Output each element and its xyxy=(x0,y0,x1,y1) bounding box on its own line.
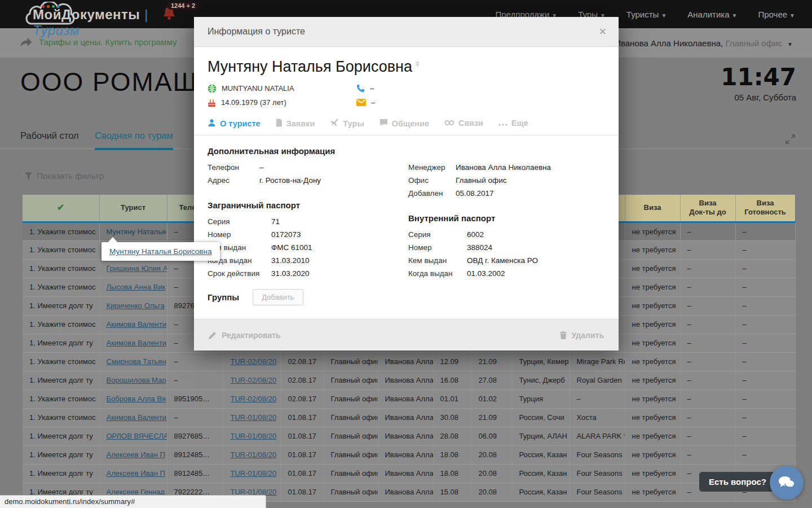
field-row: Серия71 xyxy=(208,215,408,228)
expand-icon[interactable] xyxy=(785,134,795,144)
table-row[interactable]: 1. Укажите стоимосСмирнова Татьян–TUR-02… xyxy=(23,352,795,371)
tooltip-tourist-link[interactable]: Мунтяну Наталья Борисовна xyxy=(109,247,212,256)
field-label: Когда выдан xyxy=(408,267,467,280)
tour-link[interactable]: TUR-01/08/20 xyxy=(231,450,277,459)
tourist-link[interactable]: Боброва Алла Вя xyxy=(107,395,166,403)
cell-12: – xyxy=(680,315,735,334)
check-icon: ✔ xyxy=(57,203,64,212)
cell-12: – xyxy=(680,222,735,240)
modal-tab-3[interactable]: Общение xyxy=(379,117,429,128)
delete-button[interactable]: Удалить xyxy=(560,331,604,340)
cell-1: Боброва Алла Вя xyxy=(99,389,167,408)
tourist-link[interactable]: Ворошилова Мар xyxy=(107,376,166,384)
foreign-passport-fields: Серия71Номер0172073Кем выданФМС 61001Ког… xyxy=(208,215,408,280)
add-group-button[interactable]: Добавить xyxy=(253,289,303,305)
cell-7: 12.09 xyxy=(433,352,471,371)
tour-link[interactable]: TUR-02/08/20 xyxy=(231,357,277,366)
show-filter-link[interactable]: Показать фильтр xyxy=(25,171,104,181)
cell-11: не требуется xyxy=(625,296,680,315)
field-value: 31.03.2010 xyxy=(271,254,310,267)
chevron-down-icon: ▼ xyxy=(661,12,667,19)
cell-1: Лысова Анна Вик xyxy=(99,278,167,296)
field-row: ОфисГлавный офис xyxy=(408,174,605,187)
edit-button[interactable]: Редактировать xyxy=(209,331,281,340)
cell-13: – xyxy=(735,389,795,408)
field-row: Когда выдан01.03.2002 xyxy=(408,267,605,280)
tourist-link[interactable]: Мунтяну Наталья xyxy=(107,227,166,236)
cell-10: ALARA PARK * xyxy=(570,427,625,445)
cell-5: Главный офис xyxy=(324,427,378,445)
field-value: – xyxy=(259,161,264,174)
modal-tab-2[interactable]: Туры xyxy=(330,117,364,129)
tour-link[interactable]: TUR-01/08/20 xyxy=(231,469,277,478)
tour-link[interactable]: TUR-01/08/20 xyxy=(231,413,277,422)
cell-1: Алексеев Иван П xyxy=(99,464,167,483)
cell-3: TUR-02/08/20 xyxy=(223,389,281,408)
tourist-link[interactable]: Акимова Валенти xyxy=(107,339,167,347)
tourist-link[interactable]: Лысова Анна Вик xyxy=(107,283,166,291)
chat-button[interactable] xyxy=(770,466,804,500)
tour-link[interactable]: TUR-02/08/20 xyxy=(231,376,277,384)
tourist-link[interactable]: Акимова Валенти xyxy=(107,413,167,422)
browser-status-bar: demo.moidokumenti.ru/index/summary# xyxy=(0,495,266,508)
tourist-link[interactable]: Гришкина Юлия А xyxy=(107,264,167,273)
table-row[interactable]: 1. Укажите стоимосАкимова Валенти–TUR-01… xyxy=(23,408,795,427)
tourist-link[interactable]: Кириченко Ольга xyxy=(107,301,165,310)
field-value: ОВД г. Каменска РО xyxy=(467,254,538,267)
tourist-link[interactable]: Алексеев Иван П xyxy=(107,469,165,478)
cell-12: – xyxy=(680,240,735,259)
app-logo[interactable]: МойДокументы|Туризм xyxy=(17,2,186,27)
table-row[interactable]: 1. Имеется долг туАлексеев Иван П8912485… xyxy=(23,445,795,464)
notifications-bell[interactable]: 1244 + 2 xyxy=(162,6,188,26)
cell-9: Турция xyxy=(512,389,570,408)
cell-7: 01.01 xyxy=(433,389,471,408)
field-value: Иванова Алла Николаевна xyxy=(456,161,551,174)
cell-0: 1. Имеется долг ту xyxy=(23,445,99,464)
tourist-link[interactable]: Алексеев Иван П xyxy=(107,450,165,459)
field-row: Адресг. Ростов-на-Дону xyxy=(208,174,408,187)
col-header-0: ✔ xyxy=(23,195,99,222)
cell-10: Royal Garden xyxy=(570,371,625,389)
field-label: Телефон xyxy=(208,161,259,174)
tourist-link[interactable]: Смирнова Татьян xyxy=(107,357,166,366)
manager-office-fields: МенеджерИванова Алла НиколаевнаОфисГлавн… xyxy=(408,161,605,200)
person-icon xyxy=(208,119,216,129)
close-icon[interactable]: × xyxy=(599,25,619,38)
tariff-link[interactable]: Тарифы и цены. Купить программу xyxy=(20,37,176,47)
cell-0: 1. Укажите стоимос xyxy=(23,259,99,278)
tourist-link[interactable]: ОРЛОВ ВЯЧЕСЛАВ xyxy=(107,432,167,440)
cell-13: – xyxy=(735,240,795,259)
menu-item-4[interactable]: Прочее▼ xyxy=(758,10,795,19)
menu-item-3[interactable]: Аналитика▼ xyxy=(687,10,737,19)
modal-tab-1[interactable]: Заявки xyxy=(276,117,315,129)
menu-item-2[interactable]: Туристы▼ xyxy=(626,10,667,19)
tour-link[interactable]: TUR-02/08/20 xyxy=(231,395,277,403)
page-tab-1[interactable]: Сводная по турам xyxy=(95,130,173,150)
modal-tab-0[interactable]: О туристе xyxy=(208,117,261,129)
cell-8: 27.08 xyxy=(471,371,512,389)
modal-left-column: Дополнительная информация Телефон–Адресг… xyxy=(208,135,408,280)
cell-10: Four Seasons xyxy=(570,464,625,483)
cell-0: 1. Имеется долг ту xyxy=(23,371,99,389)
table-row[interactable]: 1. Имеется долг туОРЛОВ ВЯЧЕСЛАВ8927685…… xyxy=(23,427,795,445)
table-row[interactable]: 1. Имеется долг туВорошилова Мар–TUR-02/… xyxy=(23,371,795,389)
tourist-link[interactable]: Акимова Валенти xyxy=(107,320,167,329)
tour-link[interactable]: TUR-01/08/20 xyxy=(231,432,277,440)
col-header-11: Виза xyxy=(625,195,680,222)
page-tab-0[interactable]: Рабочий стол xyxy=(20,130,79,148)
modal-tab-5[interactable]: Еще xyxy=(498,117,528,128)
tourist-contacts: MUNTYANU NATALIA – 14. xyxy=(208,81,605,110)
chevron-down-icon: ▼ xyxy=(787,41,793,47)
tariff-link-label: Тарифы и цены. Купить программу xyxy=(39,37,176,47)
groups-row: Группы Добавить xyxy=(208,289,605,305)
table-row[interactable]: 1. Имеется долг туАлексеев Иван П8912485… xyxy=(23,464,795,483)
user-office-menu[interactable]: Иванова Алла Николаевна, Главный офис ▼ xyxy=(615,38,793,48)
cell-1: Кириченко Ольга xyxy=(99,296,167,315)
cell-7: 16.08 xyxy=(433,371,471,389)
field-row: Кем выданОВД г. Каменска РО xyxy=(408,254,605,267)
cell-13: – xyxy=(735,222,795,240)
modal-tab-4[interactable]: Связи xyxy=(444,117,483,128)
cell-1: Гришкина Юлия А xyxy=(99,259,167,278)
birth-date: 14.09.1979 (37 лет) xyxy=(221,98,286,107)
table-row[interactable]: 1. Укажите стоимосБоброва Алла Вя8951905… xyxy=(23,389,795,408)
